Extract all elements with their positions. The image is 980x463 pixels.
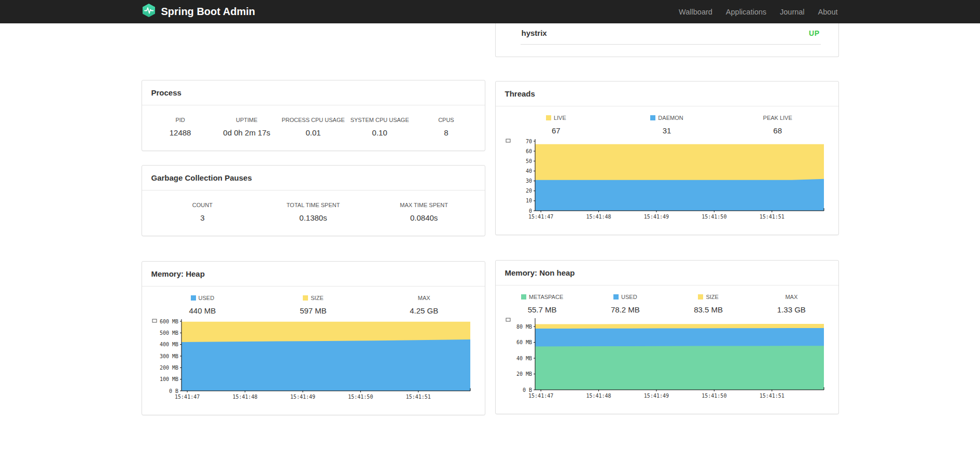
metric-gc-total-time: TOTAL TIME SPENT 0.1380s	[258, 202, 369, 222]
brand[interactable]: Spring Boot Admin	[142, 3, 255, 20]
navbar: Spring Boot Admin Wallboard Applications…	[0, 0, 980, 23]
svg-text:15:41:51: 15:41:51	[759, 393, 784, 399]
legend-value: 67	[501, 126, 612, 135]
svg-text:15:41:47: 15:41:47	[175, 394, 200, 400]
metric-label: SYSTEM CPU USAGE	[346, 117, 413, 123]
legend-threads-live: LIVE 67	[501, 115, 612, 135]
svg-text:80 MB: 80 MB	[516, 324, 531, 330]
metric-label: COUNT	[147, 202, 258, 208]
svg-text:300 MB: 300 MB	[159, 353, 178, 359]
svg-text:40 MB: 40 MB	[516, 356, 531, 361]
svg-text:15:41:48: 15:41:48	[586, 393, 611, 399]
svg-text:15:41:47: 15:41:47	[528, 393, 553, 399]
legend-nonheap-max: MAX 1.33 GB	[750, 294, 833, 314]
nav-item-wallboard[interactable]: Wallboard	[672, 0, 719, 23]
health-row-hystrix[interactable]: hystrix UP	[521, 23, 821, 45]
svg-text:20: 20	[525, 188, 531, 194]
metric-value: 0.0840s	[369, 213, 480, 222]
svg-text:600 MB: 600 MB	[159, 319, 178, 324]
health-panel-padding	[496, 45, 838, 57]
legend-label: METASPACE	[501, 294, 584, 300]
process-metrics: PID 12488 UPTIME 0d 0h 2m 17s PROCESS CP…	[142, 105, 485, 151]
legend-label: PEAK LIVE	[722, 115, 833, 121]
process-panel-title: Process	[142, 80, 485, 105]
threads-panel-title: Threads	[496, 81, 838, 106]
svg-text:0 B: 0 B	[522, 387, 531, 393]
legend-value: 83.5 MB	[667, 305, 750, 314]
legend-value: 597 MB	[258, 306, 369, 315]
svg-text:15:41:47: 15:41:47	[528, 214, 553, 220]
metric-label: UPTIME	[214, 117, 280, 123]
svg-text:500 MB: 500 MB	[159, 330, 178, 336]
svg-text:15:41:51: 15:41:51	[405, 394, 430, 400]
legend-label: USED	[147, 295, 258, 301]
legend-label-text: DAEMON	[658, 115, 683, 121]
nonheap-panel: Memory: Non heap METASPACE 55.7 MB USED …	[495, 260, 839, 414]
size-swatch	[698, 294, 703, 299]
metric-process-cpu-usage: PROCESS CPU USAGE 0.01	[280, 117, 346, 137]
svg-text:15:41:49: 15:41:49	[290, 394, 315, 400]
heap-legend: USED 440 MB SIZE 597 MB MAX 4.25 GB	[142, 287, 485, 316]
legend-heap-max: MAX 4.25 GB	[369, 295, 480, 315]
legend-value: 55.7 MB	[501, 305, 584, 314]
legend-value: 4.25 GB	[369, 306, 480, 315]
live-swatch	[546, 115, 551, 120]
threads-legend: LIVE 67 DAEMON 31 PEAK LIVE 68	[496, 106, 838, 136]
legend-label-text: USED	[199, 295, 215, 301]
svg-text:15:41:49: 15:41:49	[643, 393, 668, 399]
metric-cpus: CPUS 8	[413, 117, 479, 137]
legend-label-text: USED	[621, 294, 637, 300]
brand-title: Spring Boot Admin	[161, 6, 255, 18]
gc-panel-title: Garbage Collection Pauses	[142, 166, 485, 190]
metric-value: 0.10	[346, 128, 413, 137]
svg-text:15:41:48: 15:41:48	[586, 214, 611, 220]
metric-uptime: UPTIME 0d 0h 2m 17s	[214, 117, 280, 137]
metric-label: PROCESS CPU USAGE	[280, 117, 346, 123]
threads-chart: 01020304050607015:41:4715:41:4815:41:491…	[496, 136, 838, 235]
nav-item-about[interactable]: About	[811, 0, 839, 23]
legend-value: 1.33 GB	[750, 305, 833, 314]
legend-label-text: SIZE	[706, 294, 718, 300]
legend-label-text: LIVE	[554, 115, 566, 121]
svg-text:50: 50	[525, 158, 531, 164]
svg-text:15:41:48: 15:41:48	[232, 394, 257, 400]
nonheap-memory-chart: 0 B20 MB40 MB60 MB80 MB15:41:4715:41:481…	[496, 315, 838, 414]
heap-panel-title: Memory: Heap	[142, 262, 485, 287]
legend-value: 440 MB	[147, 306, 258, 315]
threads-panel: Threads LIVE 67 DAEMON 31 PEAK LIVE 68	[495, 81, 839, 235]
svg-text:15:41:50: 15:41:50	[702, 214, 726, 220]
used-swatch	[613, 294, 619, 299]
legend-threads-peak-live: PEAK LIVE 68	[722, 115, 833, 135]
used-swatch	[191, 295, 196, 301]
metric-label: PID	[147, 117, 214, 123]
legend-label-text: PEAK LIVE	[763, 115, 792, 121]
health-service-name[interactable]: hystrix	[522, 29, 547, 37]
svg-text:0 B: 0 B	[169, 388, 178, 394]
legend-heap-used: USED 440 MB	[147, 295, 258, 315]
legend-value: 68	[722, 126, 833, 135]
legend-label-text: METASPACE	[529, 294, 563, 300]
svg-text:70: 70	[525, 139, 531, 144]
metric-gc-max-time: MAX TIME SPENT 0.0840s	[369, 202, 480, 222]
status-badge: UP	[809, 29, 819, 37]
svg-text:60: 60	[525, 148, 531, 154]
left-column: Process PID 12488 UPTIME 0d 0h 2m 17s PR…	[142, 23, 485, 415]
nav-item-journal[interactable]: Journal	[773, 0, 811, 23]
svg-text:15:41:50: 15:41:50	[702, 393, 726, 399]
svg-text:60 MB: 60 MB	[516, 339, 531, 345]
navbar-inner: Spring Boot Admin Wallboard Applications…	[142, 0, 839, 23]
legend-heap-size: SIZE 597 MB	[258, 295, 369, 315]
svg-text:400 MB: 400 MB	[159, 342, 178, 347]
legend-threads-daemon: DAEMON 31	[611, 115, 722, 135]
heap-memory-chart: 0 B100 MB200 MB300 MB400 MB500 MB600 MB1…	[142, 316, 485, 415]
legend-label-text: MAX	[785, 294, 797, 300]
legend-label: LIVE	[501, 115, 612, 121]
legend-label-text: SIZE	[311, 295, 323, 301]
gc-metrics: COUNT 3 TOTAL TIME SPENT 0.1380s MAX TIM…	[142, 190, 485, 236]
legend-label: SIZE	[667, 294, 750, 300]
legend-label: MAX	[750, 294, 833, 300]
size-swatch	[303, 295, 308, 301]
svg-text:10: 10	[525, 198, 531, 203]
nav-item-applications[interactable]: Applications	[719, 0, 773, 23]
svg-text:15:41:51: 15:41:51	[759, 214, 784, 220]
